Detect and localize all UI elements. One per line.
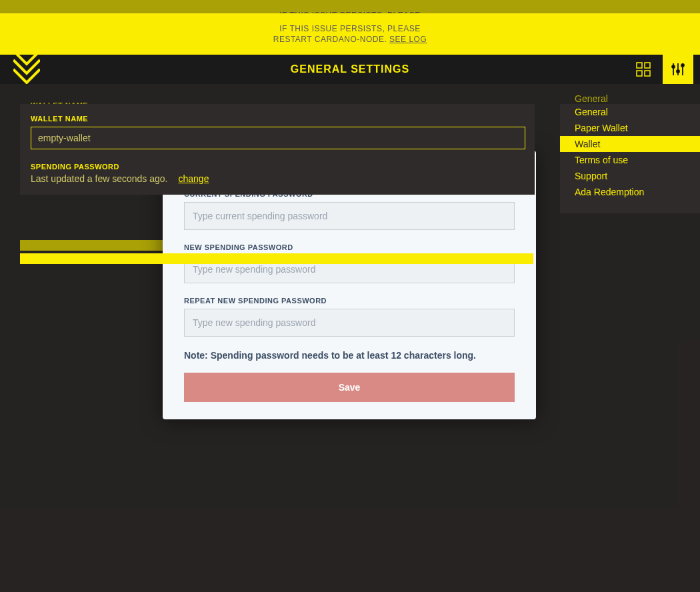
repeat-password-label: REPEAT NEW SPENDING PASSWORD <box>184 297 515 305</box>
grid-icon-ghost <box>633 59 653 79</box>
svg-point-18 <box>677 70 679 73</box>
svg-point-17 <box>672 65 675 68</box>
repeat-password-input[interactable] <box>184 309 515 337</box>
save-button[interactable]: Save <box>184 373 515 402</box>
svg-rect-12 <box>637 71 642 76</box>
svg-point-19 <box>681 64 684 67</box>
chevron-decor-icon-ghost <box>13 55 40 84</box>
svg-rect-10 <box>637 63 642 68</box>
app-header-ghost: GENERAL SETTINGS <box>0 55 700 84</box>
connection-banner-ghost: IF THIS ISSUE PERSISTS, PLEASE RESTART C… <box>0 13 700 55</box>
settings-icon-ghost <box>663 55 693 84</box>
svg-rect-11 <box>645 63 650 68</box>
svg-rect-13 <box>645 71 650 76</box>
password-note: Note: Spending password needs to be at l… <box>184 350 515 361</box>
new-password-label: NEW SPENDING PASSWORD <box>184 243 515 251</box>
